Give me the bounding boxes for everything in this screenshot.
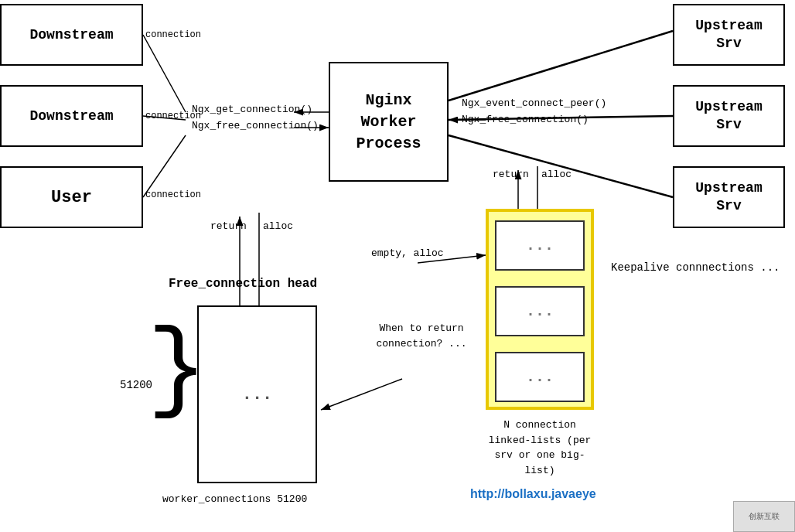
return-right-label: return [493,169,529,180]
ngx-event-connect-label: Ngx_event_connect_peer() [462,97,606,109]
url-label: http://bollaxu.javaeye [470,487,596,501]
n-connection-label: N connection linked-lists (per srv or on… [486,418,594,478]
alloc-right-label: alloc [541,169,572,180]
upstream-pool-item-3: ... [495,352,585,402]
free-connection-head-label: Free_connection head [169,277,317,291]
free-connection-list-box: ... [197,305,317,483]
svg-line-9 [449,135,673,197]
empty-alloc-label: empty, alloc [371,246,444,261]
svg-line-0 [143,35,186,112]
user-box: User [0,166,143,228]
when-to-return-label: When to return connection? ... [371,321,472,351]
nginx-worker-box: Nginx Worker Process [329,62,449,182]
watermark: 创新互联 [733,501,795,532]
svg-line-7 [449,31,673,101]
upstream-box-3: Upstream Srv [673,166,785,228]
alloc-left-label: alloc [263,220,293,232]
diagram-container: Downstream Downstream User connection co… [0,0,795,532]
svg-line-14 [321,379,402,410]
ngx-get-label: Ngx_get_connection() [192,104,312,115]
ngx-free-label: Ngx_free_connection() [192,120,319,131]
upstream-box-2: Upstream Srv [673,85,785,147]
downstream-box-1: Downstream [0,4,143,66]
upstream-box-1: Upstream Srv [673,4,785,66]
svg-line-2 [143,135,186,197]
worker-connections-label: worker_connections 51200 [162,493,307,505]
return-left-label: return [210,220,247,232]
connection-label-1: connection [145,29,201,40]
keepalive-label: Keepalive connnections ... [611,259,780,276]
upstream-pool-item-2: ... [495,286,585,336]
upstream-pool-item-1: ... [495,220,585,271]
downstream-box-2: Downstream [0,85,143,147]
connection-label-3: connection [145,189,201,200]
ngx-free-conn-label: Ngx_free_connection() [462,114,589,125]
